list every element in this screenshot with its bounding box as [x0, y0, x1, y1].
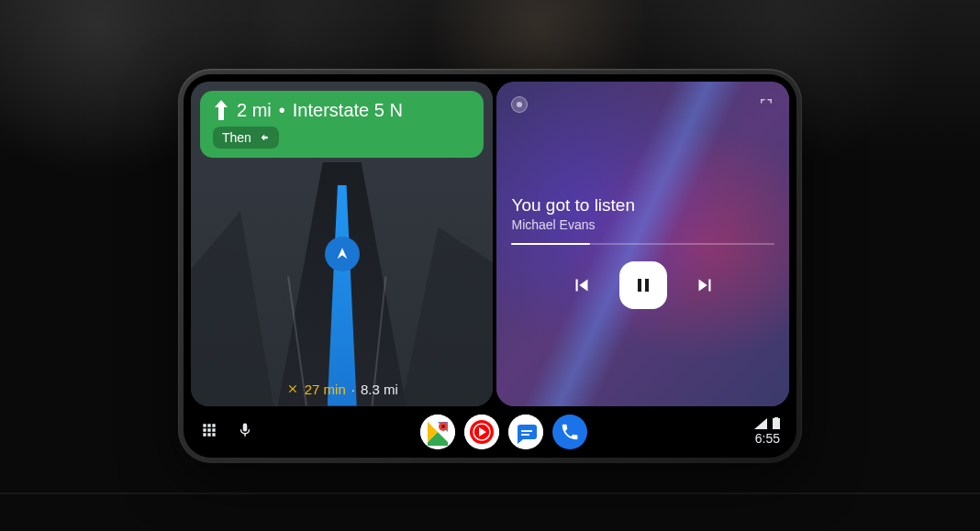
car-display-device: 2 mi • Interstate 5 N Then 27 min · — [178, 69, 802, 463]
microphone-icon — [237, 421, 253, 439]
disc-icon — [511, 96, 528, 113]
direction-separator: • — [279, 100, 285, 121]
media-header — [511, 96, 774, 113]
road-left — [191, 211, 273, 405]
current-position-marker — [325, 237, 360, 271]
previous-button[interactable] — [570, 273, 594, 297]
grid-icon — [200, 421, 218, 439]
screen: 2 mi • Interstate 5 N Then 27 min · — [184, 74, 796, 458]
expand-icon[interactable] — [758, 96, 774, 113]
messages-icon — [508, 415, 543, 449]
voice-assistant-button[interactable] — [237, 421, 253, 443]
next-button[interactable] — [693, 273, 717, 297]
app-launcher-button[interactable] — [200, 421, 218, 443]
close-icon[interactable] — [286, 382, 299, 395]
direction-distance: 2 mi — [237, 100, 272, 121]
svg-point-2 — [441, 425, 445, 428]
status-icons — [754, 417, 780, 429]
track-title: You got to listen — [511, 195, 774, 216]
bottom-bar: 6:55 — [184, 406, 796, 458]
youtube-music-app[interactable] — [464, 415, 499, 449]
then-label: Then — [222, 130, 251, 145]
maps-icon — [420, 415, 455, 449]
eta-distance: 8.3 mi — [361, 382, 398, 397]
track-artist: Michael Evans — [511, 217, 774, 232]
progress-bar[interactable] — [511, 243, 774, 245]
media-card[interactable]: You got to listen Michael Evans — [496, 82, 789, 406]
skip-next-icon — [693, 273, 717, 297]
direction-main: 2 mi • Interstate 5 N — [213, 100, 471, 121]
battery-icon — [773, 417, 780, 429]
clock: 6:55 — [755, 431, 780, 446]
status-area: 6:55 — [754, 417, 780, 446]
media-controls — [511, 261, 774, 309]
media-info: You got to listen Michael Evans — [511, 195, 774, 232]
direction-then: Then — [213, 127, 279, 149]
bar-left — [200, 421, 253, 443]
pause-icon — [632, 274, 654, 296]
eta-time: 27 min — [305, 382, 346, 397]
straight-arrow-icon — [213, 100, 229, 120]
direction-road: Interstate 5 N — [293, 100, 403, 121]
split-content: 2 mi • Interstate 5 N Then 27 min · — [184, 74, 796, 406]
progress-fill — [511, 243, 590, 245]
dashboard-seam — [0, 492, 980, 494]
phone-app[interactable] — [552, 415, 587, 449]
signal-icon — [754, 418, 767, 429]
road-right — [401, 227, 493, 406]
turn-left-icon — [257, 131, 270, 144]
youtube-music-icon — [464, 415, 499, 449]
eta-separator: · — [351, 382, 355, 397]
app-dock — [270, 415, 738, 449]
google-maps-app[interactable] — [420, 415, 455, 449]
skip-previous-icon — [570, 273, 594, 297]
pause-button[interactable] — [619, 261, 667, 309]
navigation-card[interactable]: 2 mi • Interstate 5 N Then 27 min · — [191, 82, 493, 406]
messages-app[interactable] — [508, 415, 543, 449]
navigation-arrow-icon — [335, 247, 350, 261]
direction-banner[interactable]: 2 mi • Interstate 5 N Then — [200, 91, 484, 158]
eta-bar[interactable]: 27 min · 8.3 mi — [286, 382, 398, 397]
phone-icon — [560, 422, 580, 442]
